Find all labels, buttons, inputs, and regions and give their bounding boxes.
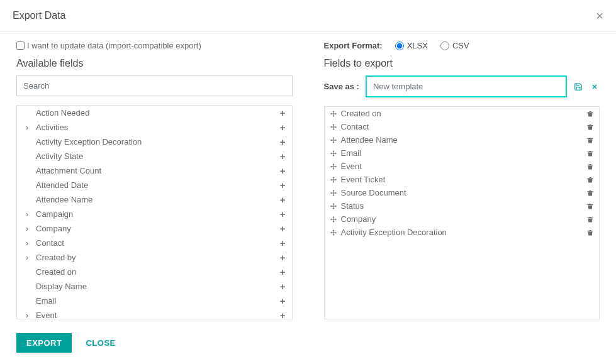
chevron-right-icon[interactable]: ›: [26, 253, 35, 262]
export-field-label: Company: [341, 214, 587, 224]
export-field-row[interactable]: Attendee Name: [325, 133, 600, 146]
add-field-icon[interactable]: +: [276, 108, 287, 118]
export-field-label: Created on: [341, 109, 587, 118]
remove-field-icon[interactable]: [586, 202, 594, 210]
chevron-right-icon[interactable]: ›: [26, 224, 35, 233]
export-field-row[interactable]: Activity Exception Decoration: [325, 226, 600, 239]
available-field-row[interactable]: ›Created by+: [17, 250, 292, 265]
add-field-icon[interactable]: +: [276, 295, 287, 306]
field-label: Created by: [36, 253, 276, 262]
remove-field-icon[interactable]: [586, 189, 594, 197]
add-field-icon[interactable]: +: [276, 209, 287, 219]
available-field-row[interactable]: Display Name+: [17, 279, 292, 294]
drag-handle-icon[interactable]: [330, 202, 337, 210]
radio-csv[interactable]: [440, 41, 449, 50]
add-field-icon[interactable]: +: [276, 267, 287, 277]
available-fields-list[interactable]: Action Needed+›Activities+Activity Excep…: [16, 105, 293, 319]
available-field-row[interactable]: Email+: [17, 294, 292, 308]
drag-handle-icon[interactable]: [330, 163, 337, 170]
drag-handle-icon[interactable]: [330, 110, 337, 118]
export-field-row[interactable]: Company: [325, 212, 600, 226]
add-field-icon[interactable]: +: [276, 165, 287, 176]
delete-template-icon[interactable]: [590, 82, 600, 92]
add-field-icon[interactable]: +: [276, 180, 287, 190]
close-icon[interactable]: ×: [596, 9, 603, 22]
add-field-icon[interactable]: +: [276, 122, 287, 133]
available-field-row[interactable]: ›Event+: [17, 308, 292, 319]
radio-xlsx[interactable]: [395, 41, 404, 50]
remove-field-icon[interactable]: [586, 150, 594, 157]
remove-field-icon[interactable]: [586, 163, 594, 170]
saveas-row: Save as :: [324, 75, 600, 97]
add-field-icon[interactable]: +: [276, 151, 287, 162]
available-field-row[interactable]: ›Activities+: [17, 120, 292, 135]
export-field-row[interactable]: Contact: [325, 120, 600, 133]
available-field-row[interactable]: ›Contact+: [17, 236, 292, 250]
available-field-row[interactable]: Created on+: [17, 265, 292, 279]
field-label: Created on: [36, 267, 276, 277]
add-field-icon[interactable]: +: [276, 310, 287, 319]
export-field-row[interactable]: Status: [325, 199, 600, 212]
export-fields-list[interactable]: Created onContactAttendee NameEmailEvent…: [324, 106, 600, 319]
add-field-icon[interactable]: +: [276, 238, 287, 248]
available-field-row[interactable]: ›Company+: [17, 221, 292, 236]
import-compatible-checkbox-row[interactable]: I want to update data (import-compatible…: [16, 41, 293, 50]
chevron-right-icon[interactable]: ›: [26, 311, 35, 320]
import-compatible-checkbox[interactable]: [16, 41, 25, 50]
export-field-row[interactable]: Email: [325, 146, 600, 160]
format-option-csv[interactable]: CSV: [440, 41, 469, 50]
remove-field-icon[interactable]: [586, 123, 594, 131]
available-field-row[interactable]: Action Needed+: [17, 106, 292, 120]
field-label: Contact: [36, 238, 276, 248]
export-field-label: Email: [341, 148, 587, 158]
export-field-row[interactable]: Created on: [325, 107, 600, 120]
add-field-icon[interactable]: +: [276, 281, 287, 292]
export-field-label: Activity Exception Decoration: [341, 228, 587, 237]
add-field-icon[interactable]: +: [276, 223, 287, 234]
chevron-right-icon[interactable]: ›: [26, 239, 35, 248]
chevron-right-icon[interactable]: ›: [26, 210, 35, 219]
export-field-label: Attendee Name: [341, 135, 587, 145]
field-label: Company: [36, 224, 276, 233]
export-field-row[interactable]: Event Ticket: [325, 173, 600, 186]
available-field-row[interactable]: ›Campaign+: [17, 207, 292, 221]
drag-handle-icon[interactable]: [330, 176, 337, 184]
add-field-icon[interactable]: +: [276, 136, 287, 147]
chevron-right-icon[interactable]: ›: [26, 123, 35, 132]
field-label: Email: [36, 296, 276, 306]
template-name-input[interactable]: [366, 75, 567, 97]
add-field-icon[interactable]: +: [276, 194, 287, 205]
export-field-label: Contact: [341, 122, 587, 131]
remove-field-icon[interactable]: [586, 136, 594, 144]
format-option-xlsx[interactable]: XLSX: [395, 41, 428, 50]
remove-field-icon[interactable]: [586, 216, 594, 223]
export-field-label: Source Document: [341, 188, 587, 197]
drag-handle-icon[interactable]: [330, 189, 337, 197]
search-input[interactable]: [16, 75, 293, 96]
drag-handle-icon[interactable]: [330, 229, 337, 236]
remove-field-icon[interactable]: [586, 110, 594, 118]
export-button[interactable]: EXPORT: [16, 333, 72, 353]
import-compatible-label: I want to update data (import-compatible…: [27, 41, 201, 50]
export-field-label: Status: [341, 201, 587, 211]
available-field-row[interactable]: Attended Date+: [17, 178, 292, 192]
available-field-row[interactable]: Attachment Count+: [17, 163, 292, 178]
modal-title: Export Data: [13, 10, 65, 21]
available-field-row[interactable]: Activity Exception Decoration+: [17, 135, 292, 149]
drag-handle-icon[interactable]: [330, 216, 337, 223]
close-button[interactable]: CLOSE: [81, 333, 120, 353]
radio-csv-label: CSV: [452, 41, 469, 50]
export-field-row[interactable]: Source Document: [325, 186, 600, 199]
export-field-row[interactable]: Event: [325, 160, 600, 173]
available-field-row[interactable]: Activity State+: [17, 149, 292, 163]
remove-field-icon[interactable]: [586, 229, 594, 236]
drag-handle-icon[interactable]: [330, 123, 337, 131]
modal-body: I want to update data (import-compatible…: [0, 32, 616, 326]
save-template-icon[interactable]: [573, 82, 583, 92]
remove-field-icon[interactable]: [586, 176, 594, 184]
drag-handle-icon[interactable]: [330, 150, 337, 157]
available-field-row[interactable]: Attendee Name+: [17, 192, 292, 207]
drag-handle-icon[interactable]: [330, 136, 337, 144]
add-field-icon[interactable]: +: [276, 252, 287, 263]
fields-to-export-title: Fields to export: [324, 58, 600, 69]
